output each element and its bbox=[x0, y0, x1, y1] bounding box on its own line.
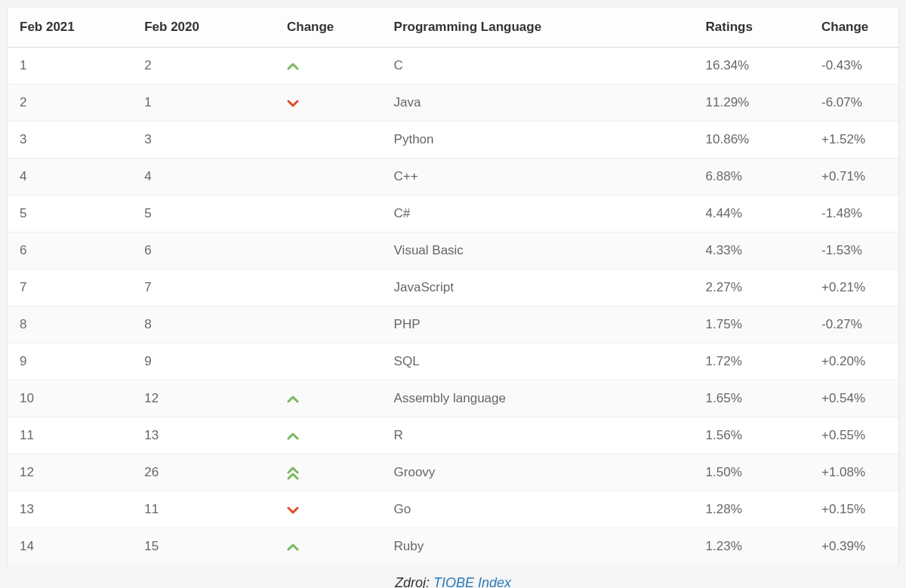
cell-language: C++ bbox=[382, 159, 694, 195]
header-feb2021[interactable]: Feb 2021 bbox=[8, 8, 132, 48]
cell-feb2020: 11 bbox=[132, 491, 275, 528]
cell-ratings: 1.72% bbox=[694, 343, 809, 380]
cell-language: R bbox=[382, 417, 694, 454]
cell-change-icon bbox=[275, 343, 382, 380]
caption-prefix: Zdroj: bbox=[395, 575, 433, 588]
cell-change-pct: +0.54% bbox=[809, 380, 898, 417]
cell-change-icon bbox=[275, 454, 382, 491]
cell-language: Ruby bbox=[382, 528, 694, 565]
table-body: 12C16.34%-0.43%21Java11.29%-6.07%33Pytho… bbox=[8, 48, 898, 565]
cell-feb2021: 13 bbox=[8, 491, 132, 528]
cell-ratings: 1.65% bbox=[694, 380, 809, 417]
caption: Zdroj: TIOBE Index bbox=[8, 565, 898, 588]
cell-change-pct: +0.21% bbox=[809, 269, 898, 306]
cell-ratings: 16.34% bbox=[694, 48, 809, 85]
cell-change-icon bbox=[275, 85, 382, 122]
cell-change-pct: +0.20% bbox=[809, 343, 898, 380]
chevron-down-icon bbox=[287, 506, 299, 515]
cell-feb2021: 14 bbox=[8, 528, 132, 565]
cell-ratings: 2.27% bbox=[694, 269, 809, 306]
table-row: 1311Go1.28%+0.15% bbox=[8, 491, 898, 528]
cell-ratings: 1.50% bbox=[694, 454, 809, 491]
cell-change-pct: +1.08% bbox=[809, 454, 898, 491]
table-row: 1415Ruby1.23%+0.39% bbox=[8, 528, 898, 565]
cell-change-icon bbox=[275, 195, 382, 232]
cell-language: Go bbox=[382, 491, 694, 528]
cell-language: C# bbox=[382, 195, 694, 232]
table-row: 21Java11.29%-6.07% bbox=[8, 85, 898, 122]
cell-feb2020: 12 bbox=[132, 380, 275, 417]
cell-change-icon bbox=[275, 491, 382, 528]
table-row: 66Visual Basic4.33%-1.53% bbox=[8, 232, 898, 269]
cell-ratings: 4.33% bbox=[694, 232, 809, 269]
chevron-up-icon bbox=[287, 432, 299, 441]
double-chevron-up-icon bbox=[287, 466, 299, 480]
chevron-up-icon bbox=[287, 62, 299, 71]
cell-ratings: 11.29% bbox=[694, 85, 809, 122]
cell-change-pct: -6.07% bbox=[809, 85, 898, 122]
cell-feb2021: 12 bbox=[8, 454, 132, 491]
cell-ratings: 1.75% bbox=[694, 306, 809, 343]
cell-change-pct: -0.27% bbox=[809, 306, 898, 343]
source-link[interactable]: TIOBE Index bbox=[433, 575, 511, 588]
table-row: 44C++6.88%+0.71% bbox=[8, 159, 898, 195]
cell-language: SQL bbox=[382, 343, 694, 380]
cell-change-pct: +0.71% bbox=[809, 159, 898, 195]
table-row: 33Python10.86%+1.52% bbox=[8, 122, 898, 159]
cell-language: Assembly language bbox=[382, 380, 694, 417]
cell-change-icon bbox=[275, 306, 382, 343]
cell-feb2020: 7 bbox=[132, 269, 275, 306]
cell-feb2020: 13 bbox=[132, 417, 275, 454]
chevron-up-icon bbox=[287, 543, 299, 552]
table-header-row: Feb 2021 Feb 2020 Change Programming Lan… bbox=[8, 8, 898, 48]
cell-ratings: 6.88% bbox=[694, 159, 809, 195]
table-row: 99SQL1.72%+0.20% bbox=[8, 343, 898, 380]
cell-feb2020: 8 bbox=[132, 306, 275, 343]
header-language[interactable]: Programming Language bbox=[382, 8, 694, 48]
cell-feb2021: 11 bbox=[8, 417, 132, 454]
cell-feb2021: 7 bbox=[8, 269, 132, 306]
table-row: 1226Groovy1.50%+1.08% bbox=[8, 454, 898, 491]
cell-language: Groovy bbox=[382, 454, 694, 491]
cell-feb2021: 10 bbox=[8, 380, 132, 417]
cell-change-pct: -1.53% bbox=[809, 232, 898, 269]
cell-language: Visual Basic bbox=[382, 232, 694, 269]
table-row: 1113R1.56%+0.55% bbox=[8, 417, 898, 454]
cell-change-pct: +0.39% bbox=[809, 528, 898, 565]
cell-feb2020: 9 bbox=[132, 343, 275, 380]
cell-change-icon bbox=[275, 528, 382, 565]
cell-language: JavaScript bbox=[382, 269, 694, 306]
chevron-down-icon bbox=[287, 99, 299, 108]
header-change-pct[interactable]: Change bbox=[809, 8, 898, 48]
table-row: 88PHP1.75%-0.27% bbox=[8, 306, 898, 343]
header-feb2020[interactable]: Feb 2020 bbox=[132, 8, 275, 48]
cell-feb2021: 9 bbox=[8, 343, 132, 380]
chevron-up-icon bbox=[287, 395, 299, 404]
cell-feb2021: 1 bbox=[8, 48, 132, 85]
cell-change-pct: +0.15% bbox=[809, 491, 898, 528]
cell-feb2020: 2 bbox=[132, 48, 275, 85]
table-row: 12C16.34%-0.43% bbox=[8, 48, 898, 85]
cell-change-icon bbox=[275, 232, 382, 269]
cell-change-icon bbox=[275, 122, 382, 159]
cell-feb2020: 3 bbox=[132, 122, 275, 159]
cell-change-icon bbox=[275, 269, 382, 306]
cell-feb2020: 26 bbox=[132, 454, 275, 491]
header-change-icon[interactable]: Change bbox=[275, 8, 382, 48]
cell-language: PHP bbox=[382, 306, 694, 343]
cell-feb2021: 5 bbox=[8, 195, 132, 232]
cell-ratings: 1.23% bbox=[694, 528, 809, 565]
cell-ratings: 1.56% bbox=[694, 417, 809, 454]
cell-ratings: 4.44% bbox=[694, 195, 809, 232]
cell-change-icon bbox=[275, 48, 382, 85]
cell-change-pct: -1.48% bbox=[809, 195, 898, 232]
cell-feb2021: 4 bbox=[8, 159, 132, 195]
cell-change-pct: +1.52% bbox=[809, 122, 898, 159]
cell-change-icon bbox=[275, 380, 382, 417]
cell-change-icon bbox=[275, 159, 382, 195]
cell-language: C bbox=[382, 48, 694, 85]
header-ratings[interactable]: Ratings bbox=[694, 8, 809, 48]
table-row: 77JavaScript2.27%+0.21% bbox=[8, 269, 898, 306]
cell-ratings: 1.28% bbox=[694, 491, 809, 528]
cell-change-pct: +0.55% bbox=[809, 417, 898, 454]
